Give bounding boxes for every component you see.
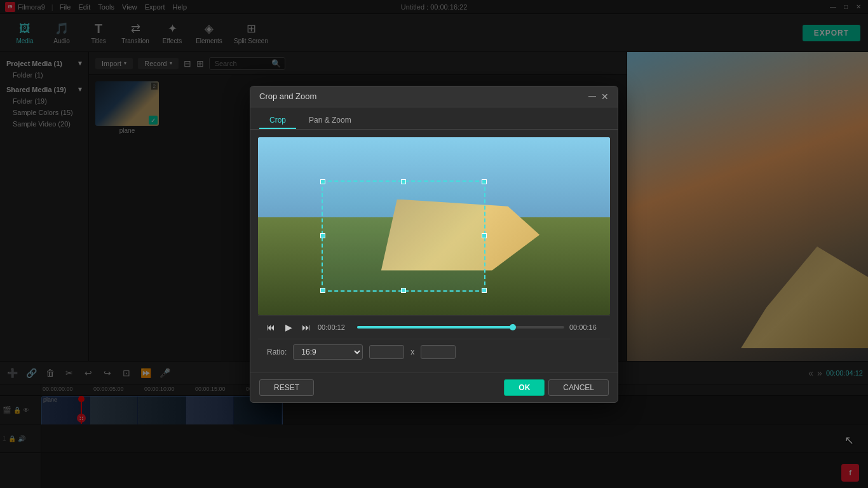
crop-handle-bottom-center[interactable] [401, 288, 406, 293]
progress-fill [357, 326, 513, 329]
crop-selection-box[interactable] [322, 180, 485, 292]
crop-handle-top-left[interactable] [320, 179, 325, 184]
tab-crop[interactable]: Crop [259, 112, 296, 129]
width-input[interactable]: 1080 [369, 345, 404, 359]
crop-zoom-dialog: Crop and Zoom — ✕ Crop Pan & Zoom [250, 86, 618, 403]
step-fwd-button[interactable]: ⏭ [300, 321, 313, 334]
step-back-button[interactable]: ⏮ [264, 321, 277, 334]
time-total: 00:00:16 [569, 323, 604, 331]
crop-handle-bottom-left[interactable] [320, 288, 325, 293]
ratio-label: Ratio: [267, 348, 287, 356]
progress-bar[interactable] [357, 326, 564, 329]
dialog-title: Crop and Zoom [259, 92, 316, 101]
reset-button[interactable]: RESET [259, 379, 314, 396]
dialog-header: Crop and Zoom — ✕ [250, 86, 618, 107]
playback-controls: ⏮ ▶ ⏭ 00:00:12 00:00:16 [258, 315, 610, 339]
dialog-overlay: Crop and Zoom — ✕ Crop Pan & Zoom [0, 0, 868, 488]
crop-preview-container [258, 137, 610, 315]
tab-pan-zoom[interactable]: Pan & Zoom [299, 112, 362, 129]
dialog-tabs: Crop Pan & Zoom [250, 107, 618, 130]
dialog-close-icon[interactable]: ✕ [601, 92, 609, 102]
dialog-action-buttons: OK CANCEL [504, 379, 609, 396]
ratio-row: Ratio: 16:9 4:3 1:1 9:16 Custom 1080 x 6… [258, 339, 610, 365]
time-current: 00:00:12 [318, 323, 352, 331]
crop-handle-middle-right[interactable] [482, 233, 487, 238]
dialog-body: ⏮ ▶ ⏭ 00:00:12 00:00:16 Ratio: 16:9 4:3 … [250, 130, 618, 372]
dialog-minimize-icon[interactable]: — [588, 92, 596, 102]
dialog-header-controls: — ✕ [588, 92, 609, 102]
height-input[interactable]: 607 [421, 345, 456, 359]
cancel-button[interactable]: CANCEL [548, 379, 609, 396]
ok-button[interactable]: OK [504, 379, 545, 396]
play-button[interactable]: ▶ [282, 321, 295, 334]
crop-handle-middle-left[interactable] [320, 233, 325, 238]
dialog-footer: RESET OK CANCEL [250, 372, 618, 402]
progress-handle[interactable] [510, 324, 516, 330]
crop-handle-top-right[interactable] [482, 179, 487, 184]
dimension-separator: x [410, 348, 414, 356]
crop-handle-bottom-right[interactable] [482, 288, 487, 293]
crop-handle-top-center[interactable] [401, 179, 406, 184]
ratio-select[interactable]: 16:9 4:3 1:1 9:16 Custom [293, 344, 363, 360]
